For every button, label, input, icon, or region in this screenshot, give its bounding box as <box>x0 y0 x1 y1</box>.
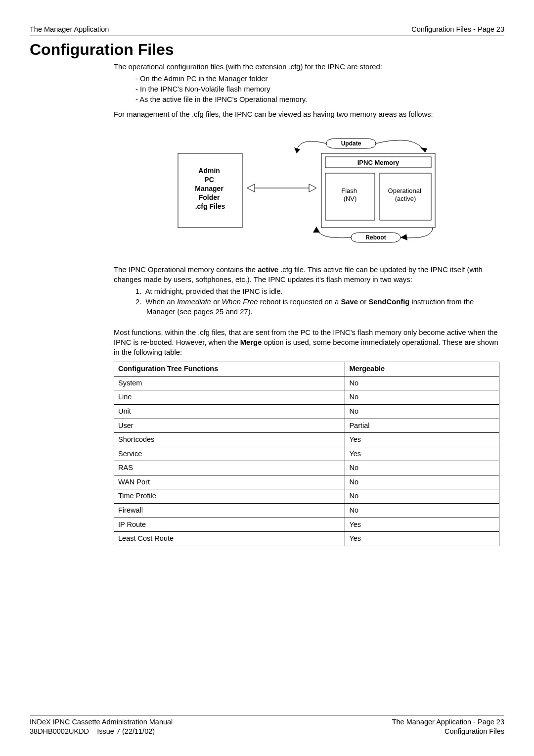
table-row: WAN PortNo <box>114 475 499 489</box>
merge-para: Most functions, within the .cfg files, t… <box>114 328 499 358</box>
table-cell: Yes <box>345 518 499 532</box>
table-cell: No <box>345 489 499 504</box>
table-cell: No <box>345 390 499 405</box>
svg-marker-17 <box>400 234 407 240</box>
list-item: In the IPNC's Non-Volatile flash memory <box>135 85 499 94</box>
update-ways-list: 1. At midnight, provided that the IPNC i… <box>114 287 499 318</box>
table-header: Configuration Tree Functions <box>114 362 345 377</box>
table-header: Mergeable <box>345 362 499 377</box>
list-item: On the Admin PC in the Manager folder <box>135 74 499 84</box>
table-cell: Service <box>114 447 345 461</box>
header-left: The Manager Application <box>30 25 109 35</box>
table-cell: Partial <box>345 419 499 433</box>
table-row: UnitNo <box>114 405 499 419</box>
table-cell: Firewall <box>114 503 345 518</box>
table-cell: Yes <box>345 447 499 461</box>
table-row: LineNo <box>114 390 499 405</box>
table-cell: RAS <box>114 461 345 475</box>
list-item: 1. At midnight, provided that the IPNC i… <box>135 287 499 297</box>
table-cell: User <box>114 419 345 433</box>
mergeable-table: Configuration Tree Functions Mergeable S… <box>114 362 499 546</box>
table-row: Least Cost RouteYes <box>114 532 499 546</box>
stored-list: On the Admin PC in the Manager folder In… <box>114 74 499 105</box>
table-cell: No <box>345 503 499 518</box>
footer-right: The Manager Application - Page 23 Config… <box>392 717 504 736</box>
operational-memory-para: The IPNC Operational memory contains the… <box>114 265 499 285</box>
svg-marker-14 <box>420 147 427 152</box>
table-header-row: Configuration Tree Functions Mergeable <box>114 362 499 377</box>
intro-para: The operational configuration files (wit… <box>114 62 499 72</box>
page-footer: INDeX IPNC Cassette Administration Manua… <box>30 715 504 736</box>
table-cell: Least Cost Route <box>114 532 345 546</box>
header-right: Configuration Files - Page 23 <box>411 25 504 35</box>
table-row: Time ProfileNo <box>114 489 499 504</box>
svg-text:Reboot: Reboot <box>365 234 386 241</box>
table-row: ShortcodesYes <box>114 433 499 447</box>
table-cell: No <box>345 475 499 489</box>
svg-text:Flash
        (NV): Flash (NV) <box>341 187 358 202</box>
table-row: ServiceYes <box>114 447 499 461</box>
page-title: Configuration Files <box>30 39 504 60</box>
table-cell: Yes <box>345 433 499 447</box>
footer-left: INDeX IPNC Cassette Administration Manua… <box>30 717 173 736</box>
mgmt-para: For management of the .cfg files, the IP… <box>114 110 499 120</box>
svg-text:Update: Update <box>341 140 361 147</box>
svg-marker-4 <box>309 184 316 192</box>
svg-marker-13 <box>294 147 300 153</box>
table-cell: No <box>345 376 499 390</box>
svg-marker-3 <box>247 184 255 192</box>
table-cell: WAN Port <box>114 475 345 489</box>
table-row: RASNo <box>114 461 499 475</box>
page-header: The Manager Application Configuration Fi… <box>30 25 504 36</box>
memory-diagram: Admin PC Manager Folder .cfg Files IPNC … <box>114 129 499 250</box>
table-cell: No <box>345 405 499 419</box>
table-cell: No <box>345 461 499 475</box>
table-row: SystemNo <box>114 376 499 390</box>
list-item: As the active file in the IPNC's Operati… <box>135 95 499 105</box>
list-item: 2. When an Immediate or When Free reboot… <box>135 297 499 317</box>
table-cell: Line <box>114 390 345 405</box>
table-cell: Yes <box>345 532 499 546</box>
table-cell: Unit <box>114 405 345 419</box>
svg-text:Admin
        PC
        Manag: Admin PC Manager Folder .cfg Files <box>195 167 225 210</box>
svg-marker-16 <box>313 227 320 233</box>
table-cell: Time Profile <box>114 489 345 504</box>
table-cell: IP Route <box>114 518 345 532</box>
table-row: FirewallNo <box>114 503 499 518</box>
table-row: IP RouteYes <box>114 518 499 532</box>
table-cell: System <box>114 376 345 390</box>
svg-text:IPNC Memory: IPNC Memory <box>357 159 400 166</box>
table-cell: Shortcodes <box>114 433 345 447</box>
table-row: UserPartial <box>114 419 499 433</box>
